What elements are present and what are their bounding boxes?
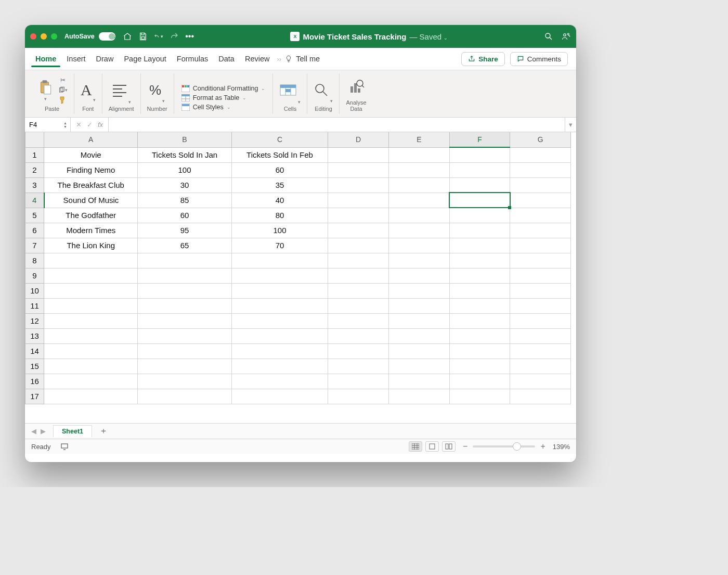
row-header[interactable]: 13 xyxy=(25,328,44,343)
cell[interactable] xyxy=(388,298,449,313)
cell[interactable]: 70 xyxy=(231,238,328,253)
cell[interactable] xyxy=(510,328,571,343)
search-icon[interactable] xyxy=(544,32,553,41)
row-header[interactable]: 16 xyxy=(25,374,44,389)
cell[interactable] xyxy=(449,328,510,343)
number-group[interactable]: %▾ Number xyxy=(141,73,174,114)
share-people-icon[interactable] xyxy=(562,32,571,41)
column-header[interactable]: C xyxy=(231,132,328,147)
cell[interactable]: Tickets Sold In Jan xyxy=(138,147,231,162)
sheet-nav-prev-icon[interactable]: ◀ xyxy=(29,427,38,435)
cell[interactable]: Tickets Sold In Feb xyxy=(231,147,328,162)
tab-insert[interactable]: Insert xyxy=(61,48,90,70)
cell[interactable]: Modern Times xyxy=(44,223,138,238)
zoom-slider[interactable] xyxy=(473,445,535,448)
cell[interactable]: The Lion King xyxy=(44,238,138,253)
cell[interactable] xyxy=(510,283,571,298)
cell[interactable]: Sound Of Music xyxy=(44,193,138,208)
cell[interactable] xyxy=(510,193,571,208)
accessibility-icon[interactable] xyxy=(60,442,69,451)
cell[interactable]: 100 xyxy=(231,223,328,238)
editing-group[interactable]: ▾ Editing xyxy=(307,73,340,114)
cell[interactable] xyxy=(328,343,389,359)
cell[interactable]: Movie xyxy=(44,147,138,162)
cell[interactable] xyxy=(328,283,389,298)
cell[interactable] xyxy=(510,374,571,389)
row-header[interactable]: 14 xyxy=(25,343,44,359)
cell[interactable] xyxy=(449,238,510,253)
cell[interactable] xyxy=(138,359,231,374)
cell[interactable]: 100 xyxy=(138,162,231,177)
cell-styles-button[interactable]: Cell Styles⌄ xyxy=(181,104,231,111)
home-icon[interactable] xyxy=(123,32,132,41)
cell[interactable] xyxy=(328,223,389,238)
font-group[interactable]: A▾ Font xyxy=(74,73,102,114)
cell[interactable]: 30 xyxy=(138,177,231,193)
conditional-formatting-button[interactable]: Conditional Formatting⌄ xyxy=(181,85,266,92)
cell[interactable] xyxy=(449,162,510,177)
cell[interactable] xyxy=(510,343,571,359)
cell[interactable] xyxy=(449,343,510,359)
format-painter-icon[interactable] xyxy=(58,96,68,104)
cell[interactable] xyxy=(328,238,389,253)
tab-formulas[interactable]: Formulas xyxy=(172,48,213,70)
cell[interactable] xyxy=(44,268,138,283)
undo-icon[interactable]: ▾ xyxy=(154,32,163,41)
add-sheet-button[interactable]: ＋ xyxy=(99,426,108,437)
cell[interactable] xyxy=(449,359,510,374)
cell[interactable] xyxy=(510,389,571,404)
comments-button[interactable]: Comments xyxy=(510,52,568,66)
formula-input[interactable] xyxy=(109,118,565,132)
cell[interactable] xyxy=(138,313,231,328)
select-all-corner[interactable] xyxy=(25,132,44,147)
saved-indicator[interactable]: — Saved ⌄ xyxy=(409,32,448,41)
cell[interactable] xyxy=(44,389,138,404)
cell[interactable]: Finding Nemo xyxy=(44,162,138,177)
cut-icon[interactable]: ✂︎ xyxy=(58,76,68,84)
cell[interactable] xyxy=(449,147,510,162)
sheet-tab-active[interactable]: Sheet1 xyxy=(53,425,92,437)
cell[interactable] xyxy=(328,208,389,223)
cell[interactable] xyxy=(44,283,138,298)
row-header[interactable]: 12 xyxy=(25,313,44,328)
cell[interactable] xyxy=(388,253,449,268)
cell[interactable] xyxy=(328,313,389,328)
cell[interactable] xyxy=(138,328,231,343)
cell[interactable] xyxy=(388,283,449,298)
cell[interactable] xyxy=(449,298,510,313)
redo-icon[interactable] xyxy=(170,32,179,41)
cell[interactable]: 35 xyxy=(231,177,328,193)
cell[interactable] xyxy=(449,313,510,328)
alignment-group[interactable]: ▾ Alignment xyxy=(102,73,141,114)
autosave-toggle[interactable]: AutoSave ON xyxy=(64,32,115,41)
column-header[interactable]: A xyxy=(44,132,138,147)
cell[interactable] xyxy=(138,343,231,359)
cell[interactable] xyxy=(138,268,231,283)
cell[interactable] xyxy=(44,374,138,389)
row-header[interactable]: 6 xyxy=(25,223,44,238)
fx-icon[interactable]: fx xyxy=(98,121,103,129)
cell[interactable]: 95 xyxy=(138,223,231,238)
column-header[interactable]: G xyxy=(510,132,571,147)
cell[interactable] xyxy=(510,223,571,238)
cell[interactable] xyxy=(328,177,389,193)
cell[interactable] xyxy=(510,147,571,162)
cell[interactable] xyxy=(328,193,389,208)
cell[interactable] xyxy=(328,389,389,404)
cell[interactable] xyxy=(231,298,328,313)
cell[interactable] xyxy=(328,147,389,162)
cell[interactable] xyxy=(388,162,449,177)
row-header[interactable]: 1 xyxy=(25,147,44,162)
save-icon[interactable] xyxy=(138,32,148,41)
cell[interactable] xyxy=(231,328,328,343)
row-header[interactable]: 3 xyxy=(25,177,44,193)
cell[interactable] xyxy=(388,359,449,374)
cell[interactable] xyxy=(449,208,510,223)
cell[interactable] xyxy=(328,268,389,283)
cell[interactable] xyxy=(328,162,389,177)
cell[interactable] xyxy=(449,389,510,404)
cell[interactable]: 85 xyxy=(138,193,231,208)
cell[interactable]: The Godfather xyxy=(44,208,138,223)
cell[interactable] xyxy=(44,313,138,328)
row-header[interactable]: 8 xyxy=(25,253,44,268)
